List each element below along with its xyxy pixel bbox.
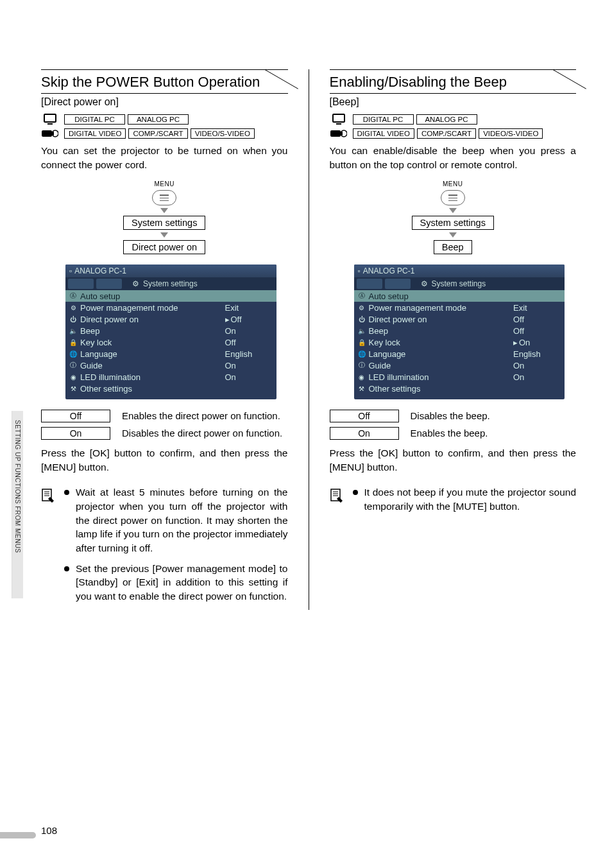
page-content: Skip the POWER Button Operation [Direct … [0,0,612,642]
flow-step1: System settings [412,216,494,230]
flow-arrow-icon [449,208,457,213]
osd-row-value: On [513,372,558,382]
osd-row-value: ▸On [513,338,558,347]
option-label: On [41,427,110,440]
osd-tab [357,279,382,289]
option-label: Off [330,410,399,422]
osd-tabs: ⚙ System settings [354,277,565,290]
osd-row-label: Beep [369,326,388,336]
osd-rows: ⒶAuto setup⚙Power management modeExit⏻Di… [65,290,276,394]
osd-row-icon: ⚙ [69,304,77,311]
osd-row: ⒶAuto setup [354,290,565,302]
osd-row-icon: 🔒 [358,338,366,346]
osd-row-icon: 🔈 [69,327,77,334]
osd-row: ⓘGuideOn [65,360,276,371]
monitor-icon [330,113,348,126]
left-osd-screenshot: ▫ ANALOG PC-1 ⚙ System settings ⒶAuto se… [65,265,276,399]
badge-comp-scart: COMP./SCART [417,128,476,139]
bullet-icon [64,566,69,571]
right-intro: You can enable/disable the beep when you… [330,144,577,171]
osd-row-icon: Ⓐ [69,292,77,300]
osd-row-value: Off [513,315,558,324]
note-text: It does not beep if you mute the project… [364,485,577,513]
page-number-tick [0,832,36,838]
badge-digital-pc: DIGITAL PC [64,114,125,125]
right-options: OffDisables the beep.OnEnables the beep. [330,410,577,440]
osd-row-label: LED illumination [369,372,429,382]
caret-icon: ▸ [513,338,518,347]
video-badge-row: DIGITAL VIDEO COMP./SCART VIDEO/S-VIDEO [41,128,288,139]
osd-row-label: LED illumination [80,372,140,382]
osd-tab [96,279,122,289]
right-flow: MENU System settings Beep [330,180,577,254]
left-confirm: Press the [OK] button to confirm, and th… [41,446,288,474]
osd-row-label: Power management mode [369,303,466,313]
osd-row-value: Off [225,338,270,347]
osd-row-label: Direct power on [369,315,427,324]
gear-icon: ⚙ [421,279,428,288]
badge-analog-pc: ANALOG PC [416,114,477,125]
osd-row-icon: ⏻ [358,315,366,323]
osd-row-value: English [225,349,270,359]
osd-input-icon: ▫ [69,266,72,275]
note-icon [330,485,345,519]
column-divider [309,69,309,610]
osd-input-icon: ▫ [358,266,361,275]
osd-row-label: Key lock [369,338,400,347]
pc-badges: DIGITAL PC ANALOG PC [64,114,189,125]
svg-rect-2 [42,130,52,137]
osd-row-value: Exit [513,303,558,313]
left-options: OffEnables the direct power on function.… [41,410,288,440]
osd-row-label: Language [369,349,406,359]
osd-row: ⓘGuideOn [354,360,565,371]
option-row: OffEnables the direct power on function. [41,410,288,422]
video-badge-row: DIGITAL VIDEO COMP./SCART VIDEO/S-VIDEO [330,128,577,139]
note-item: Set the previous [Power management mode]… [64,562,288,603]
osd-rows: ⒶAuto setup⚙Power management modeExit⏻Di… [354,290,565,394]
left-column: Skip the POWER Button Operation [Direct … [41,69,288,610]
osd-row-icon: Ⓐ [358,292,366,300]
badge-comp-scart: COMP./SCART [128,128,187,139]
left-notes: Wait at least 5 minutes before turning o… [41,485,288,610]
bullet-icon [64,490,69,495]
pc-badge-row: DIGITAL PC ANALOG PC [330,113,577,126]
right-notes: It does not beep if you mute the project… [330,485,577,519]
option-row: OnEnables the beep. [330,427,577,440]
note-text: Wait at least 5 minutes before turning o… [76,485,288,555]
left-subhead: [Direct power on] [41,96,288,108]
osd-row-label: Power management mode [80,303,178,313]
osd-row-icon: 🌐 [69,350,77,358]
monitor-icon [41,113,59,126]
osd-row: 🔒Key lockOff [65,336,276,348]
bullet-icon [353,490,358,495]
osd-row: ⒶAuto setup [65,290,276,302]
osd-row-icon: ⓘ [69,361,77,369]
pc-badge-row: DIGITAL PC ANALOG PC [41,113,288,126]
badge-digital-video: DIGITAL VIDEO [64,128,126,139]
page-number: 108 [41,825,57,836]
option-desc: Enables the beep. [411,427,577,440]
left-title: Skip the POWER Button Operation [41,74,288,91]
camcorder-icon [41,128,59,139]
osd-row: ⚒Other settings [65,383,276,394]
flow-step2: Beep [434,240,472,254]
right-osd-screenshot: ▫ ANALOG PC-1 ⚙ System settings ⒶAuto se… [354,265,565,399]
pc-badges: DIGITAL PC ANALOG PC [353,114,477,125]
osd-row-label: Other settings [369,384,421,394]
option-row: OffDisables the beep. [330,410,577,422]
osd-row-label: Beep [80,326,99,336]
osd-row-icon: 🔈 [358,327,366,334]
left-flow: MENU System settings Direct power on [41,180,288,254]
osd-row-value: Exit [225,303,270,313]
osd-row-icon: ⚒ [69,385,77,392]
right-note-list: It does not beep if you mute the project… [353,485,577,519]
menu-button-icon [441,190,465,205]
osd-row-value: On [225,326,270,336]
camcorder-icon [330,128,348,139]
svg-rect-0 [44,114,56,122]
osd-row: ⏻Direct power onOff [354,313,565,325]
osd-row-label: Other settings [80,384,132,394]
osd-tabs-label: ⚙ System settings [132,279,198,288]
badge-digital-video: DIGITAL VIDEO [353,128,414,139]
right-subhead: [Beep] [330,96,577,108]
